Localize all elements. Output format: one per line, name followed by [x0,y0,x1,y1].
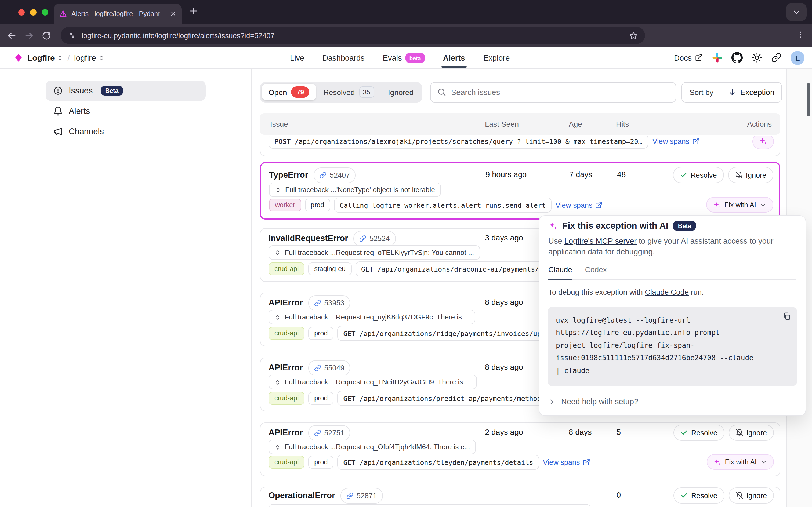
env-tag-crud-api: crud-api [269,392,305,405]
tab-title: Alerts · logfire/logfire · Pydant [71,10,166,17]
issue-id-link[interactable]: 52751 [308,425,350,440]
full-traceback-chip[interactable] [269,504,591,507]
col-issue: Issue [270,113,288,134]
browser-menu-icon[interactable] [797,30,805,39]
github-icon[interactable] [732,52,743,63]
issue-id: 52871 [357,492,377,500]
url-bar[interactable]: logfire-eu.pydantic.info/logfire/logfire… [61,27,645,44]
nav-item-live[interactable]: Live [290,53,304,62]
fix-with-ai-button[interactable]: Fix with AI [707,454,774,470]
status-filter: Open79Resolved35Ignored [260,82,422,102]
issue-id-link[interactable]: 52524 [354,231,395,246]
last-seen-value: 2 days ago [485,428,523,436]
issue-id-link[interactable]: 53953 [308,295,350,311]
resolve-button[interactable]: Resolve [673,167,724,183]
nav-item-dashboards[interactable]: Dashboards [323,53,364,62]
forward-icon[interactable] [24,30,34,41]
window-close-button[interactable] [18,9,25,15]
tab-search-button[interactable] [786,3,807,21]
bookmark-star-icon[interactable] [629,31,638,40]
resolve-button[interactable]: Resolve [673,488,724,504]
app-header: Logfire / logfire LiveDashboardsEvalsbet… [0,47,812,68]
tab-codex[interactable]: Codex [585,265,607,279]
scrollbar-thumb[interactable] [807,83,810,116]
updown-icon [57,54,63,61]
nav-item-alerts[interactable]: Alerts [443,53,465,62]
browser-tabstrip: Alerts · logfire/logfire · Pydant [0,0,812,23]
hits-value: 0 [616,491,621,499]
sort-value[interactable]: Exception [721,82,781,102]
sidebar-item-alerts[interactable]: Alerts [46,101,206,121]
full-traceback-chip[interactable]: Full traceback ...Request req_Ofbf4Tjqh4… [269,440,476,454]
bell-icon [53,106,63,116]
full-traceback-chip[interactable]: Full traceback ...'NoneType' object is n… [269,182,441,197]
external-link-icon [695,54,703,62]
resolve-button[interactable]: Resolve [673,425,724,441]
sidebar-item-issues[interactable]: IssuesBeta [46,80,206,101]
panel-border-left [251,68,252,507]
issue-card-52751[interactable]: APIError 527512 days ago8 days5Resolve I… [260,422,780,476]
reload-icon[interactable] [42,31,51,40]
filter-tab-open[interactable]: Open79 [262,84,316,100]
tab-close-icon[interactable] [170,11,176,17]
sort-control[interactable]: Sort by Exception [682,82,782,102]
search-input[interactable]: Search issues [430,82,676,102]
issue-card-52871[interactable]: OperationalError 528710Resolve Ignore [260,487,780,507]
window-zoom-button[interactable] [42,9,48,15]
back-icon[interactable] [6,30,17,41]
count-badge: 79 [291,87,310,98]
theme-sun-icon[interactable] [752,53,762,63]
issue-card-52407[interactable]: TypeError 524079 hours ago7 days48Resolv… [260,162,780,220]
issue-id-link[interactable]: 52871 [340,488,383,503]
sparkle-icon [759,137,767,145]
fix-with-ai-button[interactable] [752,136,774,149]
nav-item-explore[interactable]: Explore [483,53,510,62]
ignore-button[interactable]: Ignore [728,488,774,504]
env-tag-prod: prod [308,392,333,405]
header-actions: Docs L [674,47,805,68]
sidebar-item-channels[interactable]: Channels [46,121,206,142]
full-traceback-chip[interactable]: Full traceback ...Request req_TNeitH2yGa… [269,375,477,389]
env-tag-prod: prod [308,456,333,469]
search-placeholder: Search issues [451,88,500,96]
ignore-button[interactable]: Ignore [728,167,773,183]
mcp-server-link[interactable]: Logfire's MCP server [564,237,637,245]
col-last-seen: Last Seen [485,113,519,134]
age-value: 8 days [569,428,592,436]
filter-tab-ignored[interactable]: Ignored [382,88,420,96]
project-selector[interactable]: logfire [74,53,105,62]
view-spans-link[interactable]: View spans [543,458,590,466]
avatar[interactable]: L [791,51,805,65]
issue-id-link[interactable]: 55049 [308,360,350,376]
site-settings-icon[interactable] [68,31,76,40]
fix-with-ai-button[interactable]: Fix with AI [706,197,774,213]
nav-item-evals[interactable]: Evalsbeta [383,53,425,62]
command-code-block: uvx logfire@latest --logfire-url https:/… [548,307,797,386]
share-link-icon[interactable] [771,53,781,63]
new-tab-button[interactable] [189,6,198,15]
full-traceback-chip[interactable]: Full traceback ...Request req_uyjK8dq37D… [269,310,476,324]
claude-code-link[interactable]: Claude Code [645,288,689,296]
issue-id-link[interactable]: 52407 [314,167,356,183]
org-selector[interactable]: Logfire [28,53,63,62]
logfire-logo [14,53,23,63]
popover-title: Fix this exception with AI [562,221,668,231]
slack-icon[interactable] [712,53,722,63]
issue-card-partial[interactable]: POST /api/organizations/alexmojaki/proje… [260,136,780,156]
browser-tab[interactable]: Alerts · logfire/logfire · Pydant [54,4,181,23]
docs-link[interactable]: Docs [674,53,703,62]
ignore-button[interactable]: Ignore [728,425,774,441]
filter-tab-resolved[interactable]: Resolved35 [317,87,381,98]
breadcrumb-separator: / [68,53,70,62]
view-spans-link[interactable]: View spans [652,137,700,145]
tab-claude[interactable]: Claude [548,265,572,280]
span-code-chip: Calling logfire_worker.alerts.alert_runs… [334,198,552,213]
need-help-disclosure[interactable]: Need help with setup? [548,397,638,406]
full-traceback-chip[interactable]: Full traceback ...Request req_oTELKiyyrT… [269,245,480,260]
col-age: Age [569,113,582,134]
window-minimize-button[interactable] [30,9,37,15]
copy-icon[interactable] [782,312,791,321]
popover-body: Use Logfire's MCP server to give your AI… [548,236,788,257]
view-spans-link[interactable]: View spans [555,201,603,209]
fix-ai-popover: Fix this exception with AI Beta Use Logf… [539,215,806,416]
